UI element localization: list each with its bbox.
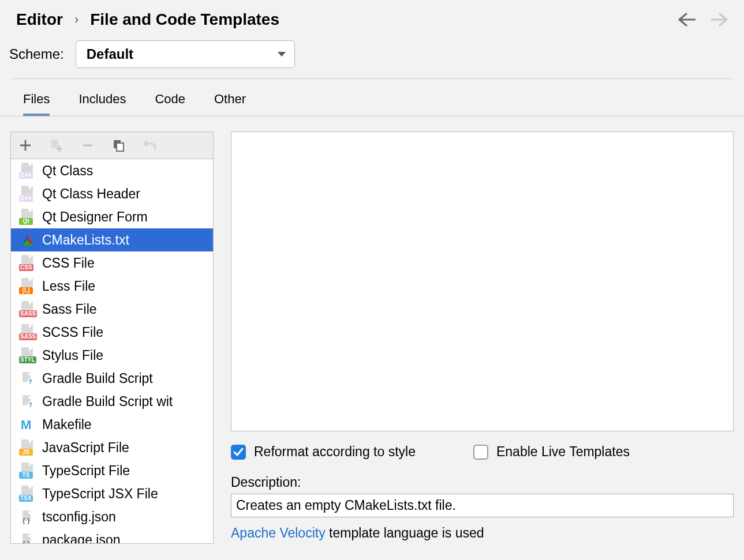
cpp-file-icon: C++ (19, 186, 36, 202)
template-item[interactable]: SASSSass File (11, 298, 213, 321)
sass-file-icon: SASS (19, 324, 36, 340)
template-item[interactable]: TSTypeScript File (11, 459, 213, 482)
copy-icon[interactable] (111, 138, 126, 153)
scheme-select[interactable]: Default (76, 40, 295, 68)
template-label: Less File (42, 277, 95, 295)
template-item[interactable]: ? Gradle Build Script (11, 367, 213, 390)
breadcrumb-current: File and Code Templates (90, 10, 279, 29)
nav-forward-icon[interactable] (711, 13, 728, 27)
template-label: tsconfig.json (42, 508, 116, 526)
tab-files[interactable]: Files (23, 92, 50, 116)
live-templates-label: Enable Live Templates (496, 444, 630, 460)
reformat-checkbox[interactable]: Reformat according to style (231, 444, 416, 460)
checkbox-unchecked-icon (473, 445, 488, 460)
scheme-value: Default (87, 46, 133, 62)
template-item[interactable]: {L}Less File (11, 275, 213, 298)
template-label: package.json (42, 531, 121, 543)
svg-text:M: M (21, 418, 31, 431)
description-hint: Apache Velocity template language is use… (231, 525, 734, 541)
template-label: CSS File (42, 254, 95, 272)
svg-text:?: ? (28, 378, 32, 385)
undo-icon[interactable] (143, 138, 158, 153)
template-label: CMakeLists.txt (42, 231, 129, 249)
tab-other[interactable]: Other (214, 92, 246, 116)
json-icon: { } (19, 532, 36, 543)
template-item[interactable]: MMakefile (11, 413, 213, 436)
template-item[interactable]: C++Qt Class Header (11, 182, 213, 205)
template-item[interactable]: ? Gradle Build Script wit (11, 390, 213, 413)
remove-icon[interactable] (80, 138, 95, 153)
template-label: JavaScript File (42, 438, 129, 457)
add-from-template-icon[interactable] (49, 138, 64, 153)
svg-rect-2 (117, 143, 124, 151)
makefile-icon: M (19, 416, 36, 433)
css-file-icon: CSS (19, 255, 36, 271)
template-label: TypeScript JSX File (42, 484, 158, 503)
scheme-label: Scheme: (9, 46, 64, 62)
apache-velocity-link[interactable]: Apache Velocity (231, 525, 326, 540)
svg-text:{ }: { } (23, 540, 30, 543)
ts-file-icon: TS (19, 463, 36, 479)
template-label: Qt Designer Form (42, 208, 148, 226)
template-item[interactable]: CSSCSS File (11, 251, 213, 275)
description-label: Description: (231, 475, 734, 490)
gradle-icon: ? (19, 393, 36, 409)
template-label: SCSS File (42, 323, 103, 341)
tsx-file-icon: TSX (19, 486, 36, 502)
description-field[interactable]: Creates an empty CMakeLists.txt file. (231, 494, 734, 517)
template-item[interactable]: TSXTypeScript JSX File (11, 482, 213, 505)
chevron-right-icon: › (74, 12, 78, 27)
nav-back-icon[interactable] (678, 13, 696, 27)
template-item[interactable]: SASSSCSS File (11, 321, 213, 344)
template-item[interactable]: CMakeLists.txt (11, 228, 213, 251)
breadcrumb: Editor › File and Code Templates (16, 10, 279, 29)
template-item[interactable]: JSJavaScript File (11, 436, 213, 459)
json-icon: { } (19, 509, 36, 525)
template-label: Gradle Build Script (42, 369, 153, 388)
template-item[interactable]: { } package.json (11, 528, 213, 543)
template-label: Qt Class Header (42, 185, 140, 203)
gradle-icon: ? (19, 370, 36, 386)
live-templates-checkbox[interactable]: Enable Live Templates (473, 444, 630, 460)
cpp-file-icon: C++ (19, 163, 36, 179)
template-label: TypeScript File (42, 461, 130, 480)
tab-includes[interactable]: Includes (78, 92, 126, 116)
template-label: Stylus File (42, 346, 103, 364)
template-editor[interactable] (231, 131, 734, 431)
template-label: Gradle Build Script wit (42, 392, 173, 411)
reformat-label: Reformat according to style (254, 444, 416, 460)
tab-code[interactable]: Code (155, 92, 185, 116)
template-item[interactable]: STYLStylus File (11, 344, 213, 367)
description-suffix: template language is used (326, 525, 484, 540)
add-icon[interactable] (18, 138, 33, 153)
template-label: Makefile (42, 415, 92, 434)
template-label: Sass File (42, 300, 97, 318)
checkbox-checked-icon (231, 445, 246, 460)
template-item[interactable]: QtQt Designer Form (11, 205, 213, 228)
template-item[interactable]: { } tsconfig.json (11, 505, 213, 528)
cmake-icon (19, 232, 36, 248)
breadcrumb-root[interactable]: Editor (16, 10, 63, 29)
templates-toolbar (11, 132, 213, 159)
js-file-icon: JS (19, 439, 36, 456)
svg-text:{ }: { } (23, 517, 30, 524)
templates-panel: C++Qt Class C++Qt Class Header QtQt Desi… (10, 131, 214, 544)
template-item[interactable]: C++Qt Class (11, 159, 213, 182)
sass-file-icon: SASS (19, 301, 36, 317)
template-list[interactable]: C++Qt Class C++Qt Class Header QtQt Desi… (11, 159, 213, 543)
svg-text:?: ? (28, 401, 32, 408)
styl-file-icon: STYL (19, 347, 36, 363)
chevron-down-icon (277, 51, 286, 57)
svg-rect-0 (51, 140, 58, 148)
less-file-icon: {L} (19, 278, 36, 294)
qt-file-icon: Qt (19, 209, 36, 225)
template-label: Qt Class (42, 161, 93, 180)
